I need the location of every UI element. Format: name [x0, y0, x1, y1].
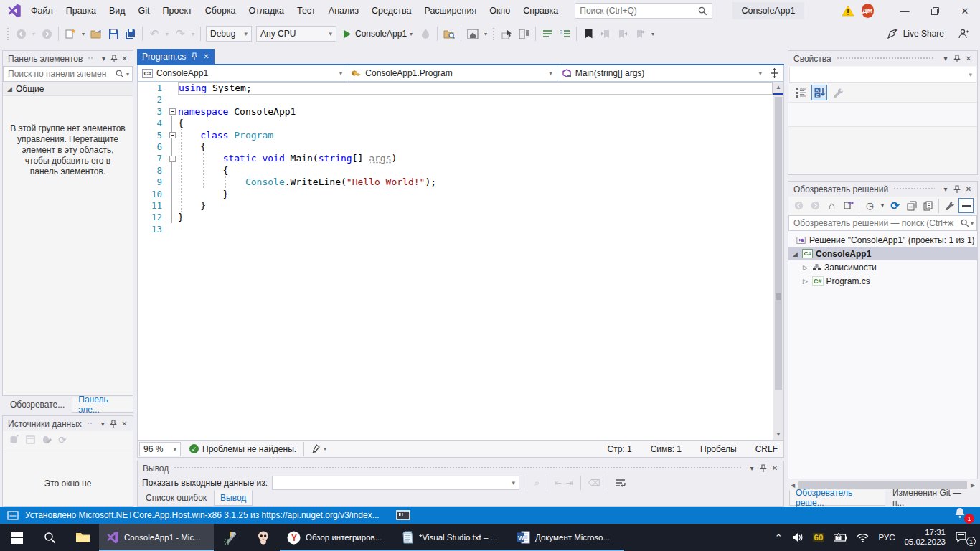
data-sources-menu-icon[interactable]: ▾ — [98, 418, 108, 430]
collapse-region-icon[interactable] — [169, 108, 176, 115]
back-dropdown-icon[interactable]: ▾ — [29, 25, 38, 42]
toolbox-titlebar[interactable]: Панель элементов ▾ ✕ — [3, 51, 133, 66]
collapse-region-icon[interactable] — [169, 156, 176, 162]
solution-search-input[interactable] — [793, 218, 961, 228]
code-line-13[interactable]: 13 — [138, 224, 773, 235]
code-line-12[interactable]: 12} — [138, 212, 773, 223]
code-line-11[interactable]: 11 } — [138, 200, 773, 212]
hot-reload-icon[interactable] — [417, 25, 434, 42]
code-line-6[interactable]: 6 { — [138, 141, 773, 153]
scroll-down-icon[interactable]: ▼ — [773, 429, 783, 440]
next-message-icon[interactable]: ⇥ — [566, 478, 573, 488]
console-icon[interactable] — [396, 510, 410, 520]
properties-pin-icon[interactable] — [951, 53, 963, 65]
fold-margin[interactable] — [166, 153, 178, 164]
output-titlebar[interactable]: Вывод ▾ ✕ — [138, 461, 783, 475]
feedback-person-icon[interactable] — [958, 29, 969, 39]
toolbar-grip2[interactable] — [492, 27, 496, 40]
word-wrap-icon[interactable] — [616, 479, 626, 487]
se-back-icon[interactable] — [791, 198, 806, 213]
clear-bookmarks-icon[interactable] — [631, 25, 649, 42]
start-button[interactable] — [0, 524, 33, 551]
toolbox-search-box[interactable]: ▾ — [3, 66, 133, 82]
split-editor-button[interactable] — [766, 65, 783, 81]
status-line-ending[interactable]: CRLF — [755, 444, 778, 454]
output-source-combobox[interactable]: ▾ — [272, 476, 519, 490]
editor-vertical-scrollbar[interactable]: ▲ ▼ — [773, 82, 783, 440]
tray-clock[interactable]: 17:31 05.02.2023 — [904, 528, 946, 547]
code-line-1[interactable]: 1using System; — [138, 83, 773, 94]
live-share-label[interactable]: Live Share — [903, 29, 944, 39]
comment-lines-icon[interactable] — [539, 25, 556, 42]
code-line-3[interactable]: 3namespace ConsoleApp1 — [138, 106, 773, 118]
scrollbar-thumb[interactable] — [775, 97, 782, 390]
taskbar-isaac-game-button[interactable] — [247, 524, 280, 551]
volume-icon[interactable] — [792, 532, 804, 542]
tree-item-program-cs[interactable]: ▷ C# Program.cs — [788, 274, 977, 288]
prev-message-icon[interactable]: ⇤ — [555, 478, 562, 488]
menu-отладка[interactable]: Отладка — [242, 0, 291, 22]
status-whitespace[interactable]: Пробелы — [700, 444, 737, 454]
se-pending-dropdown-icon[interactable]: ▾ — [879, 198, 886, 213]
menu-вид[interactable]: Вид — [103, 0, 132, 22]
code-line-10[interactable]: 10 } — [138, 189, 773, 200]
tab-solution-explorer[interactable]: Обозреватель реше... — [789, 490, 885, 506]
tray-language[interactable]: РУС — [878, 533, 895, 542]
se-refresh-icon[interactable]: ⟳ — [887, 198, 903, 213]
menu-файл[interactable]: Файл — [24, 0, 60, 22]
code-line-9[interactable]: 9 Console.WriteLine("Hello World!"); — [138, 176, 773, 188]
quick-search-box[interactable] — [575, 3, 712, 19]
taskbar-window-notepad[interactable]: *Visual Studio.txt – ... — [395, 524, 509, 551]
toolbox-menu-icon[interactable]: ▾ — [98, 53, 109, 65]
undo-icon[interactable]: ↶ — [146, 25, 163, 42]
save-all-icon[interactable] — [122, 25, 139, 42]
properties-menu-icon[interactable]: ▾ — [940, 53, 951, 65]
fold-margin[interactable] — [166, 130, 178, 141]
property-pages-icon[interactable] — [830, 85, 846, 100]
menu-справка[interactable]: Справка — [517, 0, 565, 22]
battery-icon[interactable] — [834, 533, 847, 542]
code-line-4[interactable]: 4{ — [138, 118, 773, 129]
se-show-all-files-icon[interactable] — [958, 198, 974, 213]
data-sources-titlebar[interactable]: Источники данных ▾ ✕ — [3, 416, 133, 431]
tree-item-solution[interactable]: Решение "ConsoleApp1" (проекты: 1 из 1) — [788, 233, 977, 247]
bookmark-icon[interactable] — [580, 25, 597, 42]
taskbar-window-visual-studio[interactable]: ConsoleApp1 - Mic... — [99, 524, 214, 551]
menu-сборка[interactable]: Сборка — [199, 0, 242, 22]
tab-program-cs[interactable]: Program.cs ✕ — [137, 49, 215, 64]
solution-search-box[interactable]: ▾ — [788, 215, 977, 231]
edit-data-source-icon[interactable] — [42, 435, 52, 445]
output-pin-icon[interactable] — [758, 463, 769, 474]
se-collapse-all-icon[interactable] — [904, 198, 919, 213]
output-close-icon[interactable]: ✕ — [769, 463, 781, 474]
menu-средства[interactable]: Средства — [365, 0, 418, 22]
code-editor[interactable]: 1using System;23namespace ConsoleApp14{5… — [137, 82, 784, 441]
taskbar-window-word[interactable]: W Документ Microso... — [509, 524, 624, 551]
action-center-button[interactable]: 1 — [955, 532, 971, 543]
se-properties-icon[interactable] — [942, 198, 957, 213]
solution-explorer-menu-icon[interactable]: ▾ — [940, 184, 951, 195]
configure-data-source-icon[interactable] — [25, 435, 36, 445]
clear-output-icon[interactable]: ⌫ — [588, 478, 600, 488]
toolbar-grip[interactable] — [6, 27, 10, 40]
categorized-view-icon[interactable] — [793, 85, 809, 100]
menu-git[interactable]: Git — [132, 0, 156, 22]
fold-margin[interactable] — [166, 106, 178, 118]
search-icon[interactable] — [698, 6, 707, 16]
warning-icon[interactable] — [842, 5, 854, 17]
wifi-icon[interactable] — [857, 533, 869, 542]
menu-анализ[interactable]: Анализ — [322, 0, 365, 22]
bookmark-overflow-icon[interactable]: ▾ — [649, 25, 657, 42]
code-line-7[interactable]: 7 static void Main(string[] args) — [138, 153, 773, 164]
properties-object-combobox[interactable]: ▾ — [789, 67, 976, 83]
navigate-back-icon[interactable] — [12, 25, 29, 42]
save-icon[interactable] — [105, 25, 122, 42]
uncomment-lines-icon[interactable]: ? — [556, 25, 573, 42]
properties-close-icon[interactable]: ✕ — [963, 53, 974, 65]
alphabetical-view-icon[interactable]: AZ — [811, 85, 827, 100]
taskbar-window-yandex[interactable]: Y Обзор интегриров... — [280, 524, 395, 551]
refresh-data-source-icon[interactable]: ⟳ — [58, 434, 67, 446]
select-cursor-icon[interactable] — [498, 25, 515, 42]
tray-battery-percent[interactable]: 60 — [813, 533, 825, 542]
zoom-combobox[interactable]: 96 %▾ — [139, 442, 181, 456]
